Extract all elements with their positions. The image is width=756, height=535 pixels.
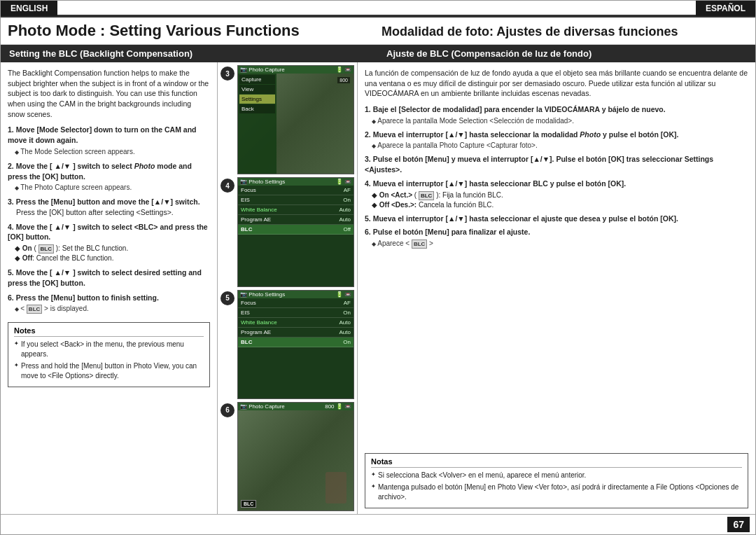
main-title-en: Photo Mode : Setting Various Functions (8, 22, 374, 40)
image-step-3: 3 📷 Photo Capture 🔋 📼 800 Capture (220, 65, 354, 174)
main-title-es: Modalidad de foto: Ajustes de diversas f… (382, 25, 748, 39)
step-es-6: 6. Pulse el botón [Menu] para finalizar … (365, 227, 748, 249)
blc-badge: BLC (241, 500, 256, 508)
notes-box-es: Notas Si selecciona Back <Volver> en el … (365, 453, 748, 508)
notes-box-en: Notes If you select <Back> in the menu, … (8, 322, 210, 387)
intro-text-es: La función de compensación de luz de fon… (365, 68, 748, 99)
cam-screen-5: 📷 Photo Settings 🔋 📼 FocusAF EISOn White… (237, 290, 354, 399)
content-area: The Backlight Compensation function help… (1, 62, 755, 514)
header-row: ENGLISH ESPAÑOL (1, 1, 755, 18)
step-es-4: 4. Mueva el interruptor [▲/▼] hasta sele… (365, 179, 748, 210)
step-en-2: 2. Move the [ ▲/▼ ] switch to select Pho… (8, 161, 210, 193)
step-en-3: 3. Press the [Menu] button and move the … (8, 197, 210, 217)
footer-row: 67 (1, 514, 755, 534)
step-es-5: 5. Mueva el interruptor [▲/▼] hasta sele… (365, 214, 748, 224)
section-header-es: Ajuste de BLC (Compensación de luz de fo… (378, 45, 755, 62)
intro-text-en: The Backlight Compensation function help… (8, 68, 210, 119)
lang-tab-english: ENGLISH (1, 1, 57, 16)
main-title-row: Photo Mode : Setting Various Functions M… (1, 18, 755, 45)
notes-item-es-1: Si selecciona Back <Volver> en el menú, … (371, 471, 742, 480)
image-step-6: 6 📷 Photo Capture 800 🔋 📼 BLC (220, 402, 354, 511)
notes-item-en-1: If you select <Back> in the menu, the pr… (14, 340, 204, 359)
cam-screen-6: 📷 Photo Capture 800 🔋 📼 BLC (237, 402, 354, 511)
lang-tab-espanol: ESPAÑOL (696, 1, 755, 16)
right-col: La función de compensación de luz de fon… (358, 62, 755, 514)
step-en-5: 5. Move the [ ▲/▼ ] switch to select des… (8, 268, 210, 288)
mid-col: 3 📷 Photo Capture 🔋 📼 800 Capture (218, 62, 358, 514)
left-col: The Backlight Compensation function help… (1, 62, 218, 514)
notes-title-en: Notes (14, 326, 204, 337)
page-number: 67 (727, 517, 750, 532)
step-circle-6: 6 (220, 403, 234, 417)
steps-list-en: 1. Move [Mode Selector] down to turn on … (8, 125, 210, 318)
step-circle-5: 5 (220, 291, 234, 305)
steps-list-es: 1. Baje el [Selector de modalidad] para … (365, 104, 748, 252)
cam-screen-4: 📷 Photo Settings 🔋 📼 FocusAF EISOn White… (237, 177, 354, 286)
step-en-4: 4. Move the [ ▲/▼ ] switch to select <BL… (8, 222, 210, 264)
notes-item-en-2: Press and hold the [Menu] button in Phot… (14, 361, 204, 381)
notes-title-es: Notas (371, 457, 742, 468)
step-es-1: 1. Baje el [Selector de modalidad] para … (365, 104, 748, 126)
step-en-1: 1. Move [Mode Selector] down to turn on … (8, 125, 210, 156)
step-es-3: 3. Pulse el botón [Menu] y mueva el inte… (365, 154, 748, 174)
step-en-6: 6. Press the [Menu] button to finish set… (8, 293, 210, 314)
notes-item-es-2: Mantenga pulsado el botón [Menu] en Phot… (371, 482, 742, 502)
step-circle-4: 4 (220, 179, 234, 193)
section-header-row: Setting the BLC (Backlight Compensation)… (1, 45, 755, 62)
step-es-2: 2. Mueva el interruptor [▲/▼] hasta sele… (365, 130, 748, 151)
image-step-5: 5 📷 Photo Settings 🔋 📼 FocusAF EISOn Whi… (220, 290, 354, 399)
section-header-en: Setting the BLC (Backlight Compensation) (1, 45, 378, 62)
step-circle-3: 3 (220, 67, 234, 81)
page-container: ENGLISH ESPAÑOL Photo Mode : Setting Var… (0, 0, 756, 535)
cam-screen-3: 📷 Photo Capture 🔋 📼 800 Capture View Set… (237, 65, 354, 174)
image-step-4: 4 📷 Photo Settings 🔋 📼 FocusAF EISOn Whi… (220, 177, 354, 286)
